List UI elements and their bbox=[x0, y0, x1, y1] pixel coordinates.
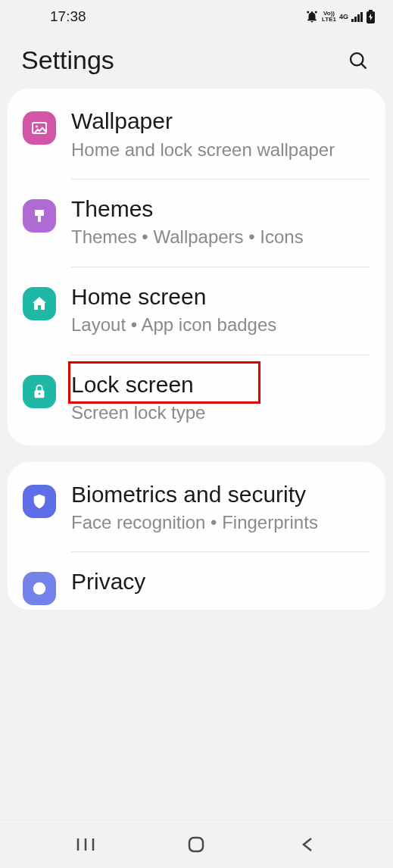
svg-point-11 bbox=[36, 126, 38, 128]
search-button[interactable] bbox=[345, 47, 372, 74]
settings-item-biometrics[interactable]: Biometrics and security Face recognition… bbox=[8, 465, 385, 552]
item-sub: Layout • App icon badges bbox=[71, 313, 370, 337]
item-title: Themes bbox=[71, 196, 370, 223]
settings-item-home-screen[interactable]: Home screen Layout • App icon badges bbox=[8, 267, 385, 354]
signal-bars-icon bbox=[351, 11, 363, 22]
svg-rect-2 bbox=[351, 19, 354, 22]
status-time: 17:38 bbox=[50, 8, 86, 25]
back-button[interactable] bbox=[277, 829, 338, 860]
brush-icon bbox=[23, 199, 56, 233]
item-title: Privacy bbox=[71, 569, 370, 595]
settings-item-privacy[interactable]: Privacy bbox=[8, 552, 385, 610]
svg-rect-3 bbox=[354, 17, 357, 22]
settings-item-wallpaper[interactable]: Wallpaper Home and lock screen wallpaper bbox=[8, 92, 385, 179]
status-right: Vo)) LTE1 4G bbox=[305, 10, 375, 23]
item-title: Lock screen bbox=[71, 372, 370, 398]
settings-item-themes[interactable]: Themes Themes • Wallpapers • Icons bbox=[8, 180, 385, 267]
page-title: Settings bbox=[21, 45, 114, 75]
item-title: Biometrics and security bbox=[71, 482, 370, 508]
svg-rect-20 bbox=[189, 838, 203, 851]
svg-point-16 bbox=[33, 582, 46, 595]
svg-rect-12 bbox=[35, 210, 44, 216]
settings-list: Wallpaper Home and lock screen wallpaper… bbox=[0, 89, 393, 610]
battery-icon bbox=[366, 10, 375, 23]
item-title: Home screen bbox=[71, 284, 370, 311]
item-title: Wallpaper bbox=[71, 108, 370, 135]
signal-type-icon: 4G bbox=[339, 14, 348, 20]
svg-rect-5 bbox=[360, 12, 363, 22]
shield-icon bbox=[23, 485, 56, 518]
recents-icon bbox=[76, 837, 95, 852]
svg-point-8 bbox=[351, 53, 363, 65]
settings-group: Biometrics and security Face recognition… bbox=[8, 462, 385, 610]
fade-overlay bbox=[0, 804, 393, 820]
back-icon bbox=[301, 835, 314, 854]
item-sub: Home and lock screen wallpaper bbox=[71, 138, 370, 162]
header: Settings bbox=[0, 27, 393, 89]
svg-line-9 bbox=[361, 64, 366, 68]
home-nav-icon bbox=[187, 835, 205, 854]
image-icon bbox=[23, 111, 56, 145]
svg-rect-13 bbox=[38, 216, 41, 222]
settings-group: Wallpaper Home and lock screen wallpaper… bbox=[8, 89, 385, 445]
svg-rect-6 bbox=[369, 10, 373, 11]
svg-point-0 bbox=[307, 11, 309, 14]
settings-item-lock-screen[interactable]: Lock screen Screen lock type bbox=[8, 355, 385, 442]
item-sub: Screen lock type bbox=[71, 401, 370, 425]
home-icon bbox=[23, 287, 56, 320]
volte-icon: Vo)) LTE1 bbox=[322, 11, 336, 23]
svg-rect-4 bbox=[357, 14, 360, 22]
svg-point-1 bbox=[315, 11, 317, 14]
home-button[interactable] bbox=[166, 829, 226, 860]
alarm-icon bbox=[305, 10, 319, 23]
svg-point-15 bbox=[39, 392, 41, 395]
search-icon bbox=[348, 50, 369, 71]
item-sub: Face recognition • Fingerprints bbox=[71, 510, 370, 535]
item-sub: Themes • Wallpapers • Icons bbox=[71, 225, 370, 249]
status-bar: 17:38 Vo)) LTE1 4G bbox=[0, 0, 393, 27]
privacy-icon bbox=[23, 572, 56, 605]
recents-button[interactable] bbox=[55, 829, 116, 860]
navigation-bar bbox=[0, 820, 393, 868]
lock-icon bbox=[23, 375, 56, 408]
